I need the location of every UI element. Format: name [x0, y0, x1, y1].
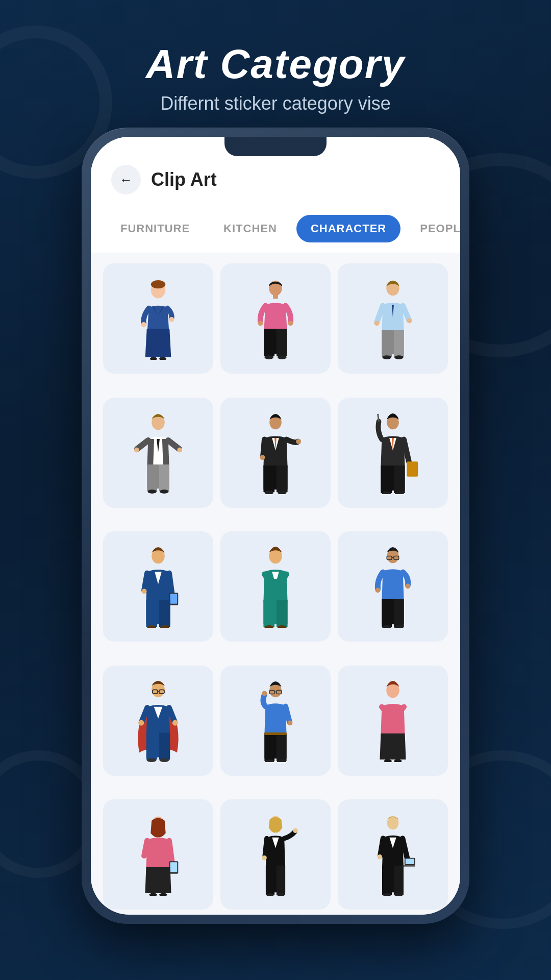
svg-rect-22	[394, 330, 404, 357]
svg-point-19	[407, 318, 412, 324]
sticker-2[interactable]	[220, 263, 331, 374]
svg-point-26	[134, 447, 139, 452]
tab-furniture[interactable]: FURNITURE	[106, 215, 204, 242]
svg-point-80	[172, 720, 178, 725]
phone-notch	[224, 137, 327, 156]
svg-rect-120	[406, 859, 414, 864]
svg-rect-46	[394, 465, 405, 493]
phone-inner-screen: ← Clip Art FURNITURE KITCHEN CHARACTER P…	[91, 137, 460, 915]
svg-rect-55	[159, 600, 170, 627]
sticker-10[interactable]	[103, 666, 213, 776]
svg-rect-51	[170, 594, 178, 604]
svg-point-84	[147, 758, 157, 762]
sticker-7[interactable]	[103, 531, 213, 642]
svg-point-85	[160, 758, 169, 762]
svg-point-23	[382, 355, 391, 359]
category-tabs: FURNITURE KITCHEN CHARACTER PEOPLE	[91, 205, 460, 253]
screen-title: Clip Art	[151, 169, 217, 190]
svg-point-122	[378, 854, 383, 860]
sticker-4[interactable]	[103, 398, 213, 508]
svg-point-69	[406, 584, 411, 589]
sticker-15[interactable]	[338, 799, 448, 910]
svg-point-52	[142, 589, 147, 594]
sticker-14[interactable]	[220, 799, 331, 910]
svg-point-32	[160, 489, 169, 494]
svg-rect-83	[159, 732, 170, 760]
svg-point-1	[151, 280, 165, 288]
back-arrow-icon: ←	[119, 173, 133, 186]
svg-rect-124	[382, 866, 392, 895]
svg-point-109	[159, 893, 167, 896]
sticker-5[interactable]	[220, 398, 331, 508]
sticker-8[interactable]	[220, 531, 331, 642]
svg-point-34	[296, 439, 301, 444]
svg-point-102	[394, 760, 402, 762]
tab-people[interactable]: PEOPLE	[406, 215, 460, 242]
svg-rect-61	[277, 600, 288, 627]
sticker-grid	[91, 253, 460, 915]
svg-rect-125	[394, 866, 404, 895]
svg-rect-93	[264, 733, 274, 761]
svg-point-79	[138, 720, 144, 725]
svg-rect-42	[407, 461, 418, 476]
svg-rect-115	[277, 866, 285, 895]
header-section: Art Category Differnt sticker category v…	[0, 0, 551, 135]
svg-line-43	[378, 414, 379, 422]
svg-point-108	[149, 893, 157, 896]
svg-point-27	[177, 447, 182, 452]
svg-point-68	[375, 588, 381, 593]
svg-rect-82	[146, 732, 157, 760]
svg-rect-94	[277, 733, 287, 761]
svg-rect-45	[381, 465, 392, 493]
svg-point-112	[262, 855, 267, 861]
tab-kitchen[interactable]: KITCHEN	[209, 215, 291, 242]
svg-rect-121	[403, 865, 415, 867]
back-button[interactable]: ←	[111, 165, 141, 194]
phone-outer-shell: ← Clip Art FURNITURE KITCHEN CHARACTER P…	[82, 128, 469, 924]
screen-content: ← Clip Art FURNITURE KITCHEN CHARACTER P…	[91, 137, 460, 915]
svg-point-15	[264, 355, 273, 359]
svg-rect-60	[263, 600, 274, 627]
svg-rect-72	[394, 599, 404, 627]
sticker-6[interactable]	[338, 398, 448, 508]
svg-point-18	[374, 321, 380, 326]
sticker-9[interactable]	[338, 531, 448, 642]
phone-mockup: ← Clip Art FURNITURE KITCHEN CHARACTER P…	[82, 128, 469, 924]
svg-point-10	[258, 321, 263, 326]
svg-rect-114	[266, 866, 274, 895]
svg-point-101	[384, 760, 392, 762]
svg-rect-13	[264, 329, 274, 356]
svg-rect-71	[382, 599, 392, 627]
page-subtitle: Differnt sticker category vise	[0, 93, 551, 114]
tab-character[interactable]: CHARACTER	[296, 215, 400, 242]
sticker-11[interactable]	[220, 666, 331, 776]
svg-point-90	[262, 691, 267, 696]
sticker-1[interactable]	[103, 263, 213, 374]
svg-rect-30	[159, 464, 169, 491]
svg-rect-21	[382, 330, 392, 357]
sticker-3[interactable]	[338, 263, 448, 374]
svg-point-16	[278, 355, 287, 359]
svg-point-35	[260, 455, 265, 460]
svg-rect-9	[273, 295, 278, 299]
svg-point-24	[394, 355, 404, 359]
svg-point-3	[169, 317, 174, 322]
svg-rect-105	[170, 863, 178, 873]
svg-rect-14	[277, 329, 287, 356]
sticker-13[interactable]	[103, 799, 213, 910]
svg-rect-38	[277, 465, 288, 492]
sticker-12[interactable]	[338, 666, 448, 776]
page-main-title: Art Category	[0, 41, 551, 88]
svg-rect-54	[146, 600, 157, 627]
svg-point-11	[288, 321, 293, 326]
svg-rect-29	[147, 464, 157, 491]
svg-point-31	[147, 489, 157, 494]
svg-point-111	[293, 828, 298, 834]
svg-point-2	[141, 322, 146, 327]
svg-point-91	[288, 720, 293, 725]
svg-rect-37	[263, 465, 274, 492]
svg-rect-95	[264, 732, 286, 735]
